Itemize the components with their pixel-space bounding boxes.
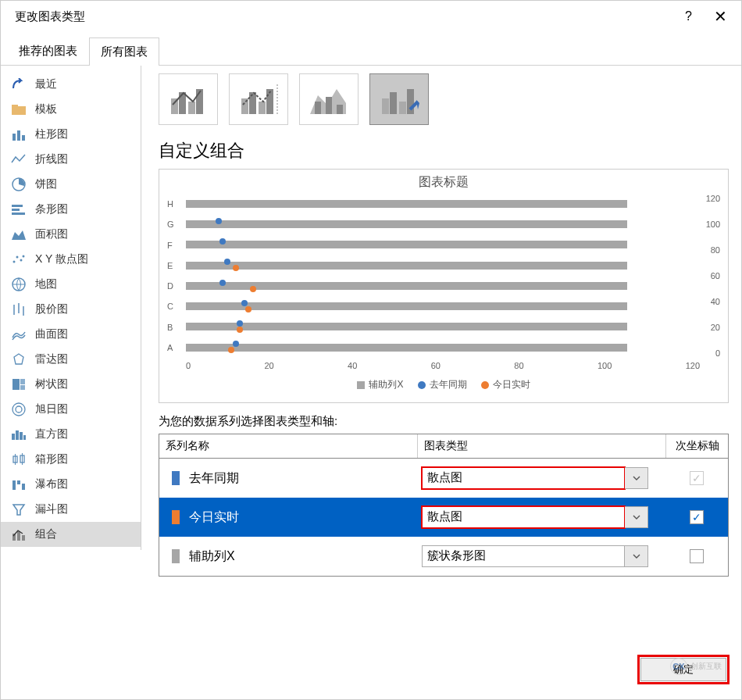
chevron-down-icon[interactable] xyxy=(625,467,648,489)
sidebar-item-map[interactable]: 地图 xyxy=(1,272,141,297)
sidebar-item-area[interactable]: 面积图 xyxy=(1,222,141,247)
sidebar-item-radar[interactable]: 雷达图 xyxy=(1,347,141,372)
svg-marker-18 xyxy=(14,354,23,364)
chevron-down-icon[interactable] xyxy=(625,506,648,528)
subtype-stacked-area-column[interactable] xyxy=(299,73,359,125)
secondary-axis-checkbox[interactable]: ✓ xyxy=(690,471,704,485)
svg-rect-20 xyxy=(20,379,25,384)
svg-rect-8 xyxy=(12,212,25,215)
header-secondary-axis: 次坐标轴 xyxy=(665,434,728,458)
svg-rect-55 xyxy=(407,89,414,114)
area-chart-icon xyxy=(10,226,27,243)
series-color-swatch xyxy=(172,549,180,563)
line-chart-icon xyxy=(10,151,27,168)
table-row[interactable]: 今日实时 散点图 ✓ xyxy=(159,498,728,537)
secondary-axis-checkbox[interactable]: ✓ xyxy=(690,510,704,524)
sidebar-item-pie[interactable]: 饼图 xyxy=(1,172,141,197)
header-series-name: 系列名称 xyxy=(159,434,417,458)
svg-rect-33 xyxy=(17,480,20,484)
sidebar-item-funnel[interactable]: 漏斗图 xyxy=(1,497,141,522)
tab-bar: 推荐的图表 所有图表 xyxy=(1,37,741,66)
chart-type-dropdown[interactable]: 散点图 xyxy=(422,467,648,489)
table-row[interactable]: 辅助列X 簇状条形图 xyxy=(159,537,728,576)
svg-rect-53 xyxy=(390,92,397,114)
close-icon[interactable]: ✕ xyxy=(714,7,727,26)
tab-all-charts[interactable]: 所有图表 xyxy=(89,38,159,66)
series-color-swatch xyxy=(172,471,180,485)
titlebar: 更改图表类型 ? ✕ xyxy=(1,1,741,32)
section-title: 自定义组合 xyxy=(159,139,729,162)
bar xyxy=(186,262,627,270)
svg-point-12 xyxy=(20,259,23,262)
sidebar-item-recent[interactable]: 最近 xyxy=(1,72,141,97)
plot-area xyxy=(186,194,695,358)
scatter-point xyxy=(237,327,243,333)
pie-chart-icon xyxy=(10,176,27,193)
subtype-custom-combo[interactable] xyxy=(369,73,429,125)
svg-rect-38 xyxy=(22,535,25,541)
chart-type-value: 散点图 xyxy=(422,506,625,528)
sidebar-item-line[interactable]: 折线图 xyxy=(1,147,141,172)
chart-type-dropdown[interactable]: 簇状条形图 xyxy=(422,545,648,567)
svg-rect-24 xyxy=(12,434,15,440)
chevron-down-icon[interactable] xyxy=(625,545,648,567)
sidebar-item-stock[interactable]: 股价图 xyxy=(1,297,141,322)
scatter-point xyxy=(216,218,222,224)
watermark: CX 创新互联 xyxy=(670,658,722,675)
svg-rect-37 xyxy=(17,531,20,541)
scatter-point xyxy=(241,300,248,306)
boxwhisker-icon xyxy=(10,451,27,468)
svg-rect-6 xyxy=(12,205,23,207)
sidebar-item-combo[interactable]: 组合 xyxy=(1,522,141,547)
svg-marker-9 xyxy=(12,230,26,240)
sidebar-item-column[interactable]: 柱形图 xyxy=(1,122,141,147)
chart-preview: 图表标题 HGFEDCBA 120100806040200 0204060801… xyxy=(159,169,729,403)
y-axis-labels: HGFEDCBA xyxy=(167,194,181,358)
scatter-point xyxy=(233,265,239,271)
svg-point-23 xyxy=(16,406,22,412)
svg-rect-34 xyxy=(22,484,25,490)
chart-type-value: 散点图 xyxy=(422,467,625,489)
svg-rect-40 xyxy=(179,92,186,114)
sidebar-item-bar[interactable]: 条形图 xyxy=(1,197,141,222)
radar-chart-icon xyxy=(10,351,27,368)
svg-rect-54 xyxy=(399,102,406,114)
scatter-point xyxy=(228,347,234,353)
svg-rect-1 xyxy=(12,105,18,108)
svg-point-13 xyxy=(23,255,25,258)
bar xyxy=(186,220,627,228)
subtype-clustered-column-line-secondary[interactable] xyxy=(229,73,288,125)
svg-rect-51 xyxy=(337,105,343,114)
svg-point-11 xyxy=(16,256,19,259)
svg-rect-25 xyxy=(16,430,19,440)
sidebar-item-histogram[interactable]: 直方图 xyxy=(1,422,141,447)
svg-rect-3 xyxy=(17,130,20,141)
bar xyxy=(186,200,627,208)
chart-type-value: 簇状条形图 xyxy=(422,545,625,567)
svg-rect-26 xyxy=(20,432,23,440)
table-row[interactable]: 去年同期 散点图 ✓ xyxy=(159,459,728,498)
sidebar-item-surface[interactable]: 曲面图 xyxy=(1,322,141,347)
secondary-axis-checkbox[interactable] xyxy=(690,549,704,563)
secondary-y-axis-labels: 120100806040200 xyxy=(700,194,720,358)
sidebar-item-templates[interactable]: 模板 xyxy=(1,97,141,122)
subtype-clustered-column-line[interactable] xyxy=(159,73,218,125)
sidebar-item-boxwhisker[interactable]: 箱形图 xyxy=(1,447,141,472)
bar xyxy=(186,323,627,330)
series-color-swatch xyxy=(172,510,180,524)
tab-recommended[interactable]: 推荐的图表 xyxy=(7,37,89,65)
dialog-title: 更改图表类型 xyxy=(15,9,85,24)
chart-type-dropdown[interactable]: 散点图 xyxy=(422,506,648,528)
sunburst-icon xyxy=(10,401,27,418)
svg-point-10 xyxy=(13,261,16,263)
sidebar-item-waterfall[interactable]: 瀑布图 xyxy=(1,472,141,497)
sidebar-item-treemap[interactable]: 树状图 xyxy=(1,372,141,397)
bar xyxy=(186,344,627,352)
chart-type-sidebar: 最近 模板 柱形图 折线图 饼图 条形图 面积图 X Y 散点图 地图 股价图 … xyxy=(1,66,141,550)
scatter-point xyxy=(250,286,256,292)
waterfall-icon xyxy=(10,476,27,493)
help-icon[interactable]: ? xyxy=(685,9,692,23)
scatter-point xyxy=(245,306,251,312)
sidebar-item-sunburst[interactable]: 旭日图 xyxy=(1,397,141,422)
sidebar-item-scatter[interactable]: X Y 散点图 xyxy=(1,247,141,272)
